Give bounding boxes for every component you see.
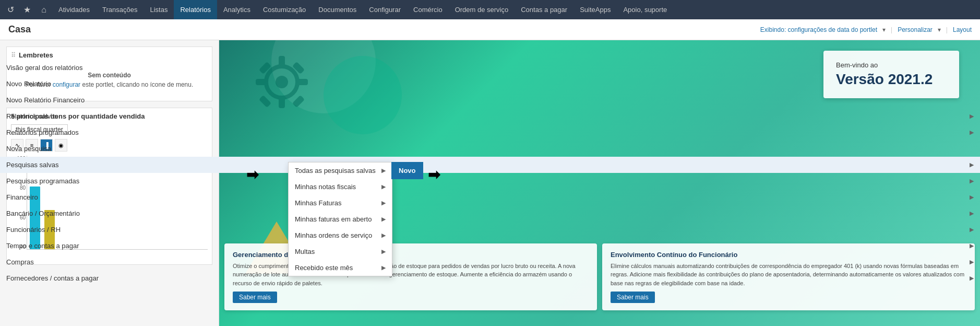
nav-ordem-servico[interactable]: Ordem de serviço	[449, 0, 515, 19]
no-content-text: Por favor configurar este portlet, clica…	[19, 81, 199, 88]
nav-documentos[interactable]: Documentos	[312, 0, 363, 19]
personalizar-link[interactable]: Personalizar	[898, 26, 933, 33]
dropdown-arrow: ▾	[882, 26, 886, 33]
chart-section: 5 principais itens por quantidade vendid…	[6, 108, 212, 265]
svg-rect-8	[259, 95, 271, 108]
svg-rect-9	[292, 95, 305, 108]
nav-analytics[interactable]: Analytics	[217, 0, 257, 19]
star-icon[interactable]: ★	[19, 2, 35, 18]
personalizar-arrow: ▾	[938, 26, 941, 33]
menu-recebido-mes[interactable]: Recebido este mês ▶	[289, 260, 392, 276]
reminders-header: ⠿ Lembretes	[11, 51, 208, 59]
nav-transacoes[interactable]: Transações	[96, 0, 144, 19]
feature-card-1-title: Envolvimento Contínuo do Funcionário	[611, 251, 966, 259]
chart-title: 5 principais itens por quantidade vendid…	[11, 112, 208, 120]
nav-configurar[interactable]: Configurar	[363, 0, 407, 19]
nav-comercio[interactable]: Comércio	[407, 0, 449, 19]
chevron-right-icon: ▶	[381, 216, 386, 223]
nav-costumizacao[interactable]: Costumização	[257, 0, 312, 19]
chevron-right-icon: ▶	[381, 167, 386, 174]
chevron-right-icon: ▶	[381, 200, 386, 206]
saber-mais-btn-0[interactable]: Saber mais	[233, 292, 277, 303]
main-area: Casa Exibindo: configurações de data do …	[0, 19, 980, 326]
feature-card-0-text: Otimize o cumprimento priorizando automa…	[233, 262, 589, 288]
bar-group-2	[44, 210, 55, 249]
exibindo-label[interactable]: Exibindo: configurações de data do portl…	[760, 26, 877, 33]
svg-rect-5	[296, 79, 308, 85]
novo-button[interactable]: Novo	[391, 162, 423, 179]
nav-apoio[interactable]: Apoio, suporte	[617, 0, 673, 19]
chevron-right-icon: ▶	[381, 264, 386, 271]
feature-card-0: Gerenciamento de estoque sem atrito Otim…	[224, 243, 597, 311]
chart-filter: this fiscal quarter	[11, 124, 208, 135]
menu-ordens-servico[interactable]: Minhas ordens de serviço ▶	[289, 227, 392, 243]
bar-group-1	[30, 187, 40, 249]
chart-filter-btn[interactable]: this fiscal quarter	[11, 124, 68, 135]
page-title: Casa	[8, 24, 31, 35]
chart-y-axis: 100 80 60 40	[11, 156, 26, 250]
layout-link[interactable]: Layout	[953, 26, 972, 33]
no-content-title: Sem conteúdo	[19, 72, 199, 79]
menu-faturas-aberto[interactable]: Minhas faturas em aberto ▶	[289, 211, 392, 227]
bar-2	[44, 210, 55, 249]
bar-1	[30, 187, 40, 249]
configurar-link[interactable]: configurar	[53, 81, 80, 88]
svg-rect-2	[279, 56, 285, 67]
chevron-right-icon: ▶	[381, 183, 386, 190]
no-content-box: Sem conteúdo Por favor configurar este p…	[11, 63, 208, 97]
welcome-card: Bem-vindo ao Versão 2021.2	[823, 51, 959, 98]
menu-multas[interactable]: Multas ▶	[289, 243, 392, 260]
no-content-text-post: este portlet, clicando no ícone de menu.	[80, 81, 193, 88]
welcome-card-title: Versão 2021.2	[836, 71, 947, 88]
home-icon[interactable]: ⌂	[35, 2, 52, 18]
svg-rect-4	[256, 79, 267, 85]
svg-point-1	[276, 76, 288, 88]
reminders-section: ⠿ Lembretes Sem conteúdo Por favor confi…	[6, 46, 212, 101]
chart-icons: ∿ ≡ ▐ ◉	[11, 139, 208, 152]
topbar: ↺ ★ ⌂ Atividades Transações Listas Relat…	[0, 0, 980, 19]
deco-circle-2	[324, 56, 402, 134]
saber-mais-btn-1[interactable]: Saber mais	[611, 292, 655, 303]
feature-card-1: Envolvimento Contínuo do Funcionário Eli…	[602, 243, 975, 311]
chevron-right-icon: ▶	[381, 248, 386, 255]
chart-icon-pie[interactable]: ◉	[55, 139, 67, 152]
content-area: ⠿ Lembretes Sem conteúdo Por favor confi…	[0, 40, 980, 326]
reminders-title: Lembretes	[19, 51, 53, 59]
feature-card-1-text: Elimine cálculos manuais automatizando c…	[611, 262, 966, 288]
history-icon[interactable]: ↺	[2, 2, 19, 18]
chart-icon-bar[interactable]: ▐	[40, 139, 53, 152]
menu-todas-pesquisas[interactable]: Todas as pesquisas salvas ▶	[289, 162, 392, 179]
dropdown-pesquisas-salvas[interactable]: Todas as pesquisas salvas ▶ Minhas notas…	[288, 162, 392, 276]
nav-contas-pagar[interactable]: Contas a pagar	[515, 0, 573, 19]
chart-bars	[27, 156, 208, 250]
chart-icon-table[interactable]: ≡	[26, 139, 38, 152]
sub-header: Casa Exibindo: configurações de data do …	[0, 19, 980, 40]
menu-notas-fiscais[interactable]: Minhas notas fiscais ▶	[289, 179, 392, 195]
sub-header-right: Exibindo: configurações de data do portl…	[760, 26, 972, 33]
feature-card-0-title: Gerenciamento de estoque sem atrito	[233, 251, 589, 259]
nav-listas[interactable]: Listas	[144, 0, 174, 19]
gear-svg-decoration	[250, 51, 313, 113]
nav-relatorios[interactable]: Relatórios	[174, 0, 217, 19]
chart-area: 100 80 60 40	[11, 156, 208, 260]
drag-handle[interactable]: ⠿	[11, 52, 16, 59]
nav-atividades[interactable]: Atividades	[52, 0, 96, 19]
left-panel: ⠿ Lembretes Sem conteúdo Por favor confi…	[0, 40, 219, 326]
svg-rect-3	[279, 97, 285, 108]
chevron-right-icon: ▶	[381, 232, 386, 239]
chart-icon-line[interactable]: ∿	[11, 139, 23, 152]
nav-suiteapps[interactable]: SuiteApps	[573, 0, 617, 19]
welcome-card-sub: Bem-vindo ao	[836, 61, 947, 69]
no-content-text-pre: Por favor	[26, 81, 53, 88]
menu-faturas[interactable]: Minhas Faturas ▶	[289, 195, 392, 211]
